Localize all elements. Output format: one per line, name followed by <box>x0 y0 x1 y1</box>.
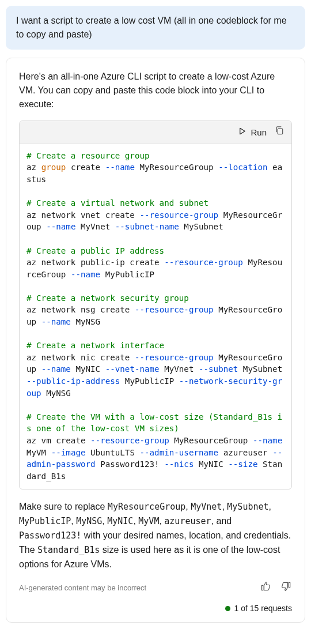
status-dot-icon <box>225 606 230 611</box>
copy-button[interactable] <box>275 126 285 139</box>
assistant-message-card: Here's an all-in-one Azure CLI script to… <box>6 58 305 623</box>
user-message-text: I want a script to create a low cost VM … <box>16 16 287 39</box>
run-button-label: Run <box>251 126 267 139</box>
assistant-outro-text: Make sure to replace MyResourceGroup, My… <box>19 500 292 571</box>
code-body[interactable]: # Create a resource group az group creat… <box>20 144 291 489</box>
copy-icon <box>275 126 285 139</box>
assistant-footer: AI-generated content may be incorrect <box>19 581 292 596</box>
user-message-bubble: I want a script to create a low cost VM … <box>6 6 305 50</box>
thumbs-down-button[interactable] <box>280 581 292 596</box>
ai-disclaimer: AI-generated content may be incorrect <box>19 583 146 594</box>
quota-text: 1 of 15 requests <box>234 602 292 614</box>
thumbs-up-button[interactable] <box>260 581 271 596</box>
svg-rect-0 <box>278 129 283 134</box>
code-block-header: Run <box>20 121 291 144</box>
thumbs-down-icon <box>280 581 292 596</box>
thumbs-up-icon <box>260 581 271 596</box>
run-button[interactable]: Run <box>238 126 267 139</box>
quota-row: 1 of 15 requests <box>19 602 292 614</box>
assistant-intro-text: Here's an all-in-one Azure CLI script to… <box>19 70 292 111</box>
code-block: Run # Create a resource group az group c… <box>19 120 292 489</box>
play-icon <box>238 126 246 139</box>
feedback-buttons <box>260 581 292 596</box>
